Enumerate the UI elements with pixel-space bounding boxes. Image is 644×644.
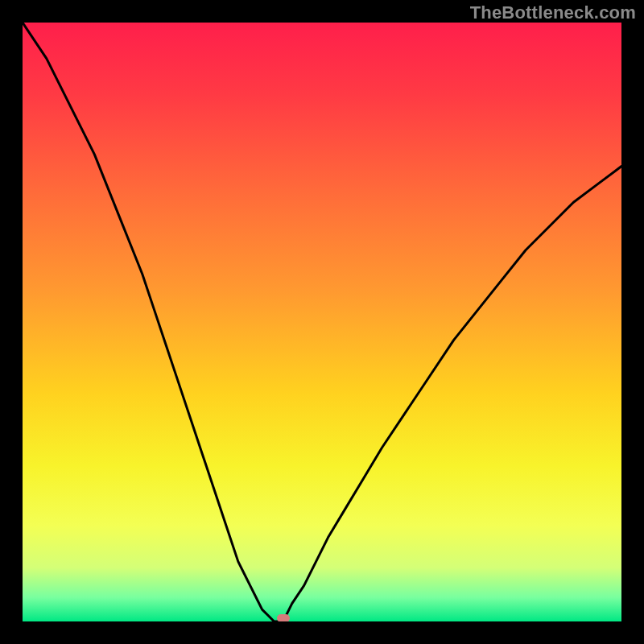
optimal-point-marker — [277, 614, 290, 621]
watermark-text: TheBottleneck.com — [470, 2, 636, 23]
plot-area — [23, 23, 621, 621]
svg-rect-0 — [23, 23, 621, 621]
chart-container: TheBottleneck.com — [0, 0, 644, 644]
background-gradient — [23, 23, 621, 621]
